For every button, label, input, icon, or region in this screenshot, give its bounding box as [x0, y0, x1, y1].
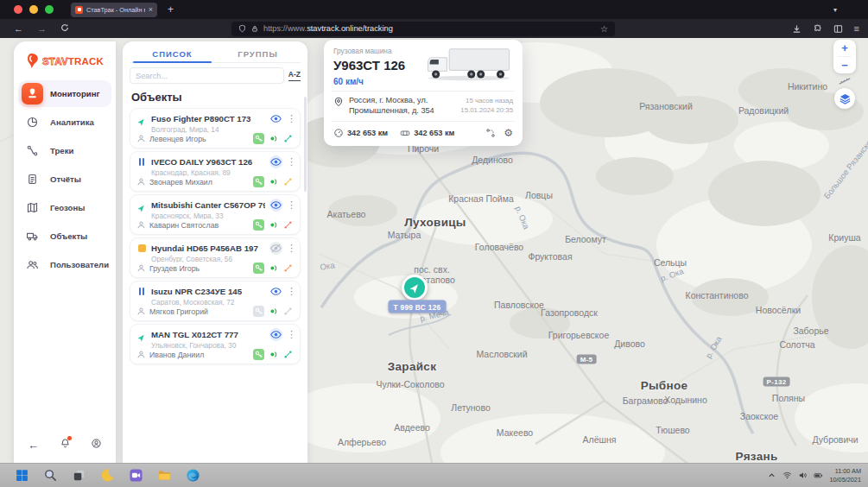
sidebar-item-geozones[interactable]: Геозоны	[18, 194, 111, 221]
window-minimize-button[interactable]	[29, 5, 38, 14]
geozones-icon	[22, 197, 43, 218]
tab-favicon-icon	[75, 6, 83, 14]
map-controls: + −	[833, 40, 856, 109]
tab-groups[interactable]: ГРУППЫ	[215, 46, 301, 62]
key-status-icon	[253, 133, 264, 144]
map-layers-button[interactable]	[834, 88, 855, 109]
vehicle-menu-kebab-icon[interactable]: ⋮	[287, 114, 294, 123]
vehicle-card[interactable]: Isuzu NPR С234УЕ 145 ⋮ Саратов, Московск…	[130, 281, 301, 321]
sidebar-footer: ←	[14, 437, 116, 452]
forward-button[interactable]: →	[37, 23, 47, 34]
start-button-icon[interactable]	[12, 466, 31, 485]
downloads-icon[interactable]	[792, 24, 801, 34]
sidebar-item-label: Отчёты	[50, 174, 81, 184]
video-app-icon[interactable]	[126, 466, 145, 485]
shield-icon	[238, 24, 246, 33]
zoom-in-button[interactable]: +	[833, 40, 856, 56]
extensions-puzzle-icon[interactable]	[813, 24, 822, 34]
night-mode-moon-icon[interactable]	[98, 466, 117, 485]
key-status-icon	[253, 306, 264, 317]
vehicle-name: MAN TGL Х012СТ 777	[151, 330, 265, 339]
tab-close-icon[interactable]: ×	[149, 6, 153, 14]
tray-chevron-icon[interactable]	[767, 471, 776, 480]
tab-list[interactable]: СПИСОК	[130, 46, 215, 62]
sidebar-item-users[interactable]: Пользователи	[18, 251, 111, 278]
list-panel-tabs: СПИСОК ГРУППЫ	[130, 46, 301, 63]
ignition-status-icon	[268, 133, 279, 144]
web-app-content: НикитиноРязановскийРадовицкийСергиевский…	[0, 38, 868, 463]
vehicle-menu-kebab-icon[interactable]: ⋮	[287, 287, 294, 296]
map-measure-icon[interactable]	[838, 77, 852, 85]
connection-status-icon	[282, 349, 294, 360]
vehicle-card[interactable]: Mitsubishi Canter С567ОР 790 ⋮ Красноярс…	[130, 194, 301, 235]
marker-plate-label[interactable]: Т 999 ВС 126	[389, 300, 447, 313]
odometer-icon	[333, 128, 344, 138]
sidebar-item-tracks[interactable]: Треки	[18, 137, 111, 164]
account-icon[interactable]	[91, 437, 102, 452]
visibility-eye-icon[interactable]	[269, 242, 282, 255]
visibility-eye-icon[interactable]	[269, 112, 282, 125]
navigation-arrow-icon	[407, 280, 422, 295]
driver-icon	[136, 134, 146, 143]
window-controls[interactable]	[14, 5, 54, 14]
visibility-eye-icon[interactable]	[269, 155, 282, 168]
reload-button[interactable]	[60, 23, 69, 34]
vehicle-name: Isuzu NPR С234УЕ 145	[151, 287, 265, 296]
route-icon[interactable]	[485, 128, 496, 138]
sort-az-button[interactable]: A-Z	[288, 70, 301, 80]
system-clock[interactable]: 11:00 AM 10/05/2021	[829, 467, 861, 484]
search-input[interactable]	[130, 67, 284, 84]
notifications-bell-icon[interactable]	[60, 437, 71, 452]
back-button[interactable]: ←	[14, 23, 23, 34]
sidebar-toggle-icon[interactable]	[833, 24, 843, 34]
vehicle-map-marker[interactable]	[402, 275, 428, 300]
volume-icon[interactable]	[798, 471, 808, 480]
last-update-time: 15 часов назад 15.01.2024 20:35	[460, 96, 513, 116]
ignition-status-icon	[268, 349, 279, 360]
wifi-icon[interactable]	[782, 471, 792, 480]
visibility-eye-icon[interactable]	[269, 285, 282, 298]
sidebar-item-monitoring[interactable]: Мониторинг	[18, 80, 111, 107]
vehicle-status-icon	[136, 157, 147, 168]
collapse-sidebar-icon[interactable]: ←	[28, 439, 39, 452]
vehicle-card[interactable]: Hyundai HD65 Р456АВ 197 ⋮ Оренбург, Сове…	[130, 237, 301, 278]
sidebar-item-label: Пользователи	[50, 260, 109, 269]
driver-icon	[136, 263, 146, 273]
settings-gear-icon[interactable]: ⚙	[504, 128, 513, 138]
window-maximize-button[interactable]	[45, 5, 54, 14]
search-icon[interactable]	[41, 466, 60, 485]
vehicle-menu-kebab-icon[interactable]: ⋮	[287, 200, 294, 210]
sidebar-item-analytics[interactable]: Аналитика	[18, 109, 111, 136]
sidebar-item-reports[interactable]: Отчёты	[18, 166, 111, 193]
edge-browser-icon[interactable]	[183, 466, 202, 485]
objects-heading: Объекты	[131, 91, 301, 104]
vehicle-card[interactable]: Fuso Fighter Р890СТ 173 ⋮ Волгоград, Мир…	[130, 108, 301, 149]
window-close-button[interactable]	[14, 5, 22, 14]
bookmark-star-icon[interactable]: ☆	[600, 24, 608, 34]
vehicle-card[interactable]: MAN TGL Х012СТ 777 ⋮ Ульяновск, Гончаров…	[130, 324, 301, 364]
vehicle-menu-kebab-icon[interactable]: ⋮	[287, 244, 294, 253]
vehicle-menu-kebab-icon[interactable]: ⋮	[287, 330, 294, 339]
list-scrollbar[interactable]	[304, 97, 307, 192]
new-tab-button[interactable]: +	[168, 3, 174, 16]
vehicle-card[interactable]: IVECO DAILY У963СТ 126 ⋮ Краснодар, Крас…	[130, 151, 301, 192]
visibility-eye-icon[interactable]	[269, 328, 282, 341]
battery-icon[interactable]	[814, 471, 823, 480]
vehicle-menu-kebab-icon[interactable]: ⋮	[287, 157, 294, 167]
sidebar-item-label: Треки	[50, 146, 73, 155]
zoom-out-button[interactable]: −	[833, 57, 856, 73]
visibility-eye-icon[interactable]	[269, 199, 282, 212]
notification-dot	[67, 436, 72, 440]
browser-menu-icon[interactable]: ≡	[854, 23, 859, 34]
file-explorer-icon[interactable]	[155, 466, 174, 485]
vehicle-address: Саратов, Московская, 72	[136, 298, 294, 306]
sidebar-item-objects[interactable]: Объекты	[18, 223, 111, 250]
list-tabs-chevron-icon[interactable]: ▾	[833, 6, 837, 14]
driver-icon	[136, 177, 146, 187]
driver-icon	[136, 350, 146, 359]
analytics-icon	[22, 111, 43, 133]
browser-tab[interactable]: СтавТрак - Онлайн мониторинг ×	[71, 3, 157, 17]
task-view-icon[interactable]	[69, 466, 88, 485]
sidebar-item-label: Геозоны	[50, 203, 85, 212]
address-bar[interactable]: https://www.stavtrack.online/tracking ☆	[231, 22, 615, 36]
